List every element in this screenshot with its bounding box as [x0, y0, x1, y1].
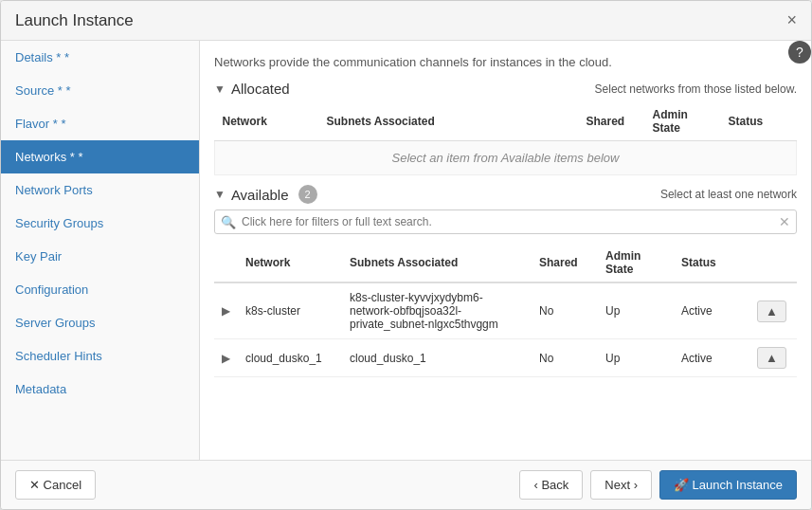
- admin-state-cell-0: Up: [598, 282, 674, 339]
- allocate-button-0[interactable]: ▲: [757, 301, 786, 322]
- back-button[interactable]: ‹ Back: [519, 470, 583, 500]
- allocate-button-1[interactable]: ▲: [757, 347, 786, 369]
- modal-header: Launch Instance ×: [1, 1, 811, 41]
- sidebar-item-key-pair[interactable]: Key Pair: [1, 240, 199, 273]
- subnets-cell-0: k8s-cluster-kyvvjxydybm6-network-obfbqjs…: [342, 282, 532, 339]
- allocated-title: ▼ Allocated: [214, 81, 290, 97]
- network-cell-1: cloud_dusko_1: [238, 339, 342, 377]
- allocated-table: Network Subnets Associated Shared Admin …: [214, 102, 797, 175]
- avail-col-subnets: Subnets Associated: [342, 244, 532, 282]
- expand-button-0[interactable]: ▶: [222, 304, 230, 318]
- sidebar-item-configuration[interactable]: Configuration: [1, 273, 199, 306]
- cancel-button[interactable]: ✕ Cancel: [15, 470, 96, 500]
- col-header-subnets: Subnets Associated: [319, 102, 579, 141]
- avail-col-status: Status: [674, 244, 749, 282]
- table-row: ▶ k8s-cluster k8s-cluster-kyvvjxydybm6-n…: [214, 282, 797, 339]
- shared-cell-0: No: [532, 282, 598, 339]
- allocated-table-body: Select an item from Available items belo…: [215, 141, 797, 175]
- sidebar-item-scheduler-hints[interactable]: Scheduler Hints: [1, 339, 199, 373]
- network-cell-0: k8s-cluster: [238, 282, 342, 339]
- sidebar-item-networks[interactable]: Networks *: [1, 140, 199, 173]
- avail-col-network: Network: [238, 244, 342, 282]
- search-icon: 🔍: [221, 215, 236, 229]
- footer-left: ✕ Cancel: [15, 470, 96, 500]
- available-hint: Select at least one network: [660, 188, 797, 201]
- col-header-network: Network: [215, 102, 319, 141]
- next-button[interactable]: Next ›: [590, 470, 652, 500]
- action-cell-0: ▲: [749, 282, 797, 339]
- launch-instance-button[interactable]: 🚀 Launch Instance: [659, 470, 797, 500]
- allocated-empty-row: Select an item from Available items belo…: [215, 141, 797, 175]
- col-header-admin: Admin State: [645, 102, 721, 141]
- avail-col-admin: Admin State: [598, 244, 674, 282]
- launch-instance-modal: Launch Instance × Details *Source *Flavo…: [0, 0, 812, 510]
- search-input[interactable]: [242, 215, 779, 228]
- sidebar-item-flavor[interactable]: Flavor *: [1, 107, 199, 140]
- admin-state-cell-1: Up: [598, 339, 674, 377]
- search-clear-button[interactable]: ✕: [779, 214, 790, 229]
- search-bar: 🔍 ✕: [214, 209, 797, 234]
- sidebar-item-server-groups[interactable]: Server Groups: [1, 306, 199, 339]
- modal-title: Launch Instance: [15, 11, 134, 30]
- expand-cell: ▶: [214, 339, 238, 377]
- available-table-head: Network Subnets Associated Shared Admin …: [214, 244, 797, 282]
- sidebar-item-metadata[interactable]: Metadata: [1, 373, 199, 406]
- close-button[interactable]: ×: [786, 10, 797, 30]
- table-row: ▶ cloud_dusko_1 cloud_dusko_1 No Up Acti…: [214, 339, 797, 377]
- available-table-body: ▶ k8s-cluster k8s-cluster-kyvvjxydybm6-n…: [214, 282, 797, 377]
- allocated-empty-message: Select an item from Available items belo…: [215, 141, 797, 175]
- sidebar-item-network-ports[interactable]: Network Ports: [1, 173, 199, 207]
- available-table: Network Subnets Associated Shared Admin …: [214, 244, 797, 377]
- subnets-cell-1: cloud_dusko_1: [342, 339, 532, 377]
- status-cell-0: Active: [674, 282, 749, 339]
- expand-button-1[interactable]: ▶: [222, 352, 230, 365]
- modal-body: Details *Source *Flavor *Networks *Netwo…: [1, 41, 811, 460]
- col-expand: [214, 244, 238, 282]
- available-section: ▼ Available 2 Select at least one networ…: [214, 185, 797, 377]
- available-title: ▼ Available 2: [214, 185, 317, 204]
- status-cell-1: Active: [674, 339, 749, 377]
- col-header-status: Status: [721, 102, 797, 141]
- footer-right: ‹ Back Next › 🚀 Launch Instance: [519, 470, 797, 500]
- available-chevron: ▼: [214, 188, 226, 201]
- available-count-badge: 2: [298, 185, 317, 204]
- action-cell-1: ▲: [749, 339, 797, 377]
- sidebar-item-security-groups[interactable]: Security Groups: [1, 207, 199, 240]
- sidebar: Details *Source *Flavor *Networks *Netwo…: [1, 41, 200, 460]
- allocated-chevron: ▼: [214, 82, 226, 96]
- allocated-hint: Select networks from those listed below.: [595, 82, 797, 96]
- content-description: Networks provide the communication chann…: [214, 55, 797, 69]
- sidebar-item-details[interactable]: Details *: [1, 41, 199, 74]
- avail-col-action: [749, 244, 797, 282]
- avail-col-shared: Shared: [532, 244, 598, 282]
- allocated-table-head: Network Subnets Associated Shared Admin …: [215, 102, 797, 141]
- help-button[interactable]: ?: [788, 41, 811, 64]
- main-content: ? Networks provide the communication cha…: [200, 41, 811, 460]
- modal-footer: ✕ Cancel ‹ Back Next › 🚀 Launch Instance: [1, 460, 811, 509]
- available-section-header: ▼ Available 2 Select at least one networ…: [214, 185, 797, 204]
- col-header-shared: Shared: [579, 102, 645, 141]
- sidebar-item-source[interactable]: Source *: [1, 74, 199, 107]
- allocated-section-header: ▼ Allocated Select networks from those l…: [214, 81, 797, 97]
- shared-cell-1: No: [532, 339, 598, 377]
- expand-cell: ▶: [214, 282, 238, 339]
